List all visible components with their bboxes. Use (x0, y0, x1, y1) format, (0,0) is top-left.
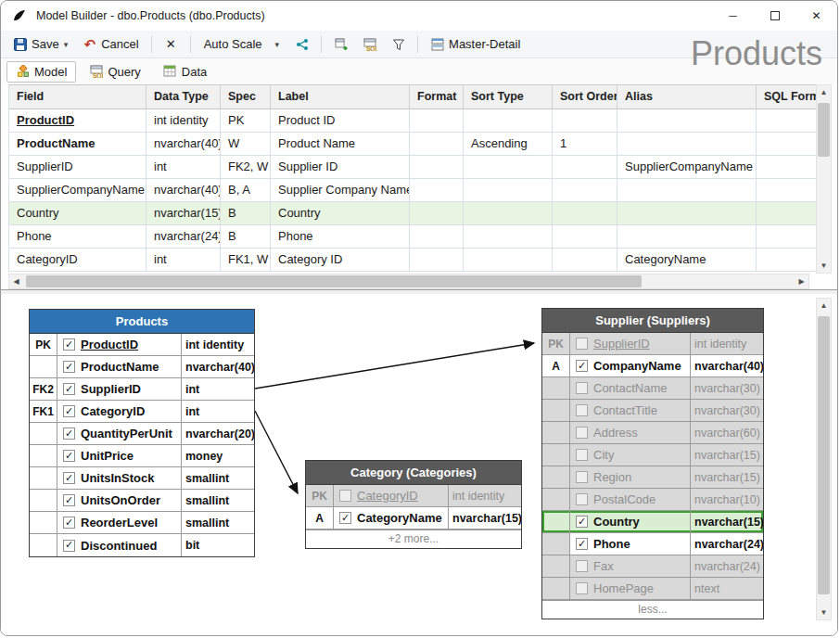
cell-format[interactable] (410, 202, 464, 225)
cell-format[interactable] (410, 225, 464, 249)
field-name-cell[interactable]: ReorderLevel (57, 512, 182, 533)
maximize-button[interactable] (754, 1, 795, 31)
scroll-up-icon[interactable]: ▲ (817, 299, 831, 313)
cell-sql-formula[interactable] (757, 133, 817, 156)
diagram-vertical-scrollbar[interactable]: ▲ ▼ (816, 298, 832, 620)
field-row[interactable]: Fax nvarchar(24) (542, 555, 763, 578)
field-checkbox[interactable] (63, 517, 75, 529)
cell-label[interactable]: Phone (271, 225, 410, 249)
table-row[interactable]: ProductID int identity PK Product ID (9, 109, 817, 133)
field-checkbox[interactable] (576, 582, 588, 594)
scroll-right-icon[interactable]: ▶ (795, 274, 808, 288)
cell-field[interactable]: ProductID (9, 109, 146, 133)
cell-spec[interactable]: B, A (221, 179, 271, 202)
field-name-cell[interactable]: CompanyName (570, 355, 691, 376)
cell-field[interactable]: ProductName (9, 133, 146, 156)
field-name-cell[interactable]: QuantityPerUnit (57, 423, 182, 444)
cell-alias[interactable] (617, 109, 757, 133)
field-checkbox[interactable] (63, 450, 75, 462)
field-row[interactable]: ContactTitle nvarchar(30) (542, 400, 763, 422)
cell-sort-order[interactable] (553, 249, 617, 272)
show-less-link[interactable]: less... (542, 600, 763, 619)
cell-sort-order[interactable] (553, 225, 617, 249)
field-row[interactable]: FK1 CategoryID int (30, 401, 254, 423)
cell-data-type[interactable]: nvarchar(15) (146, 202, 221, 225)
cell-spec[interactable]: PK (221, 109, 271, 133)
cell-alias[interactable]: CategoryName (617, 249, 757, 272)
field-row[interactable]: Discontinued bit (30, 534, 254, 556)
grid-horizontal-scrollbar[interactable]: ◀ ▶ (8, 274, 809, 289)
field-row[interactable]: Region nvarchar(15) (542, 466, 763, 489)
diagram-vscroll-thumb[interactable] (818, 316, 830, 594)
field-checkbox[interactable] (576, 516, 588, 528)
field-name-cell[interactable]: CategoryID (57, 401, 182, 422)
field-name-cell[interactable]: CategoryID (334, 485, 449, 506)
field-checkbox[interactable] (63, 494, 75, 506)
minimize-button[interactable]: ─ (712, 1, 754, 31)
cell-spec[interactable]: B (221, 225, 271, 249)
field-checkbox[interactable] (63, 383, 75, 395)
field-name-cell[interactable]: HomePage (570, 578, 691, 599)
cell-sort-order[interactable] (553, 179, 617, 202)
field-name-cell[interactable]: ProductID (57, 334, 182, 355)
cell-label[interactable]: Supplier ID (271, 156, 410, 179)
scroll-down-icon[interactable]: ▼ (817, 606, 831, 619)
cancel-button[interactable]: ↶ Cancel (76, 34, 145, 54)
table-row[interactable]: ProductName nvarchar(40) W Product Name … (9, 133, 817, 156)
field-row[interactable]: Phone nvarchar(24) (542, 533, 763, 555)
field-name-cell[interactable]: UnitsInStock (57, 467, 182, 489)
cell-sql-formula[interactable] (757, 156, 817, 179)
cell-alias[interactable]: SupplierCompanyName (617, 156, 757, 179)
cell-alias[interactable] (617, 225, 757, 249)
field-row[interactable]: PK SupplierID int identity (542, 333, 763, 355)
cell-label[interactable]: Category ID (271, 249, 410, 272)
table-row[interactable]: SupplierID int FK2, W Supplier ID Suppli… (9, 156, 817, 179)
grid-vscroll-thumb[interactable] (818, 103, 830, 157)
cell-sort-type[interactable] (464, 179, 553, 202)
tab-data[interactable]: Data (154, 61, 216, 83)
cell-sort-order[interactable] (553, 156, 617, 179)
cell-spec[interactable]: W (221, 133, 271, 156)
auto-arrange-button[interactable] (288, 34, 315, 54)
field-checkbox[interactable] (576, 538, 588, 550)
cell-spec[interactable]: B (221, 202, 271, 225)
entity-table-category[interactable]: Category (Categories) PK CategoryID int … (305, 460, 522, 549)
cell-alias[interactable] (617, 179, 757, 202)
scroll-down-icon[interactable]: ▼ (817, 259, 831, 273)
save-button[interactable]: Save ▾ (6, 34, 74, 54)
cell-sort-type[interactable] (464, 156, 553, 179)
cell-field[interactable]: SupplierID (9, 156, 146, 179)
cell-sort-type[interactable] (464, 109, 553, 133)
field-name-cell[interactable]: UnitPrice (57, 445, 182, 466)
field-name-cell[interactable]: Region (570, 466, 691, 488)
field-checkbox[interactable] (339, 490, 351, 502)
filter-button[interactable] (385, 34, 412, 54)
field-row[interactable]: A CompanyName nvarchar(40) (542, 355, 763, 377)
close-button[interactable]: ✕ (795, 1, 837, 31)
field-name-cell[interactable]: City (570, 444, 691, 466)
cell-sort-order[interactable]: 1 (553, 133, 617, 156)
field-checkbox[interactable] (63, 361, 75, 373)
table-row[interactable]: Phone nvarchar(24) B Phone (9, 225, 817, 249)
field-name-cell[interactable]: ContactTitle (570, 400, 691, 421)
cell-field[interactable]: Phone (9, 225, 146, 249)
field-checkbox[interactable] (63, 338, 75, 351)
add-table-button[interactable] (327, 34, 354, 54)
field-checkbox[interactable] (576, 382, 588, 394)
cell-field[interactable]: Country (9, 202, 146, 225)
show-more-link[interactable]: +2 more... (306, 530, 521, 548)
cell-format[interactable] (410, 109, 464, 133)
cell-sort-type[interactable] (464, 249, 553, 272)
field-row[interactable]: UnitsInStock smallint (30, 467, 254, 490)
table-row[interactable]: Country nvarchar(15) B Country (9, 202, 817, 225)
sql-view-button[interactable]: SQL (356, 34, 383, 54)
master-detail-button[interactable]: Master-Detail (424, 34, 527, 54)
clear-model-button[interactable]: ✕ (158, 34, 185, 54)
field-checkbox[interactable] (576, 360, 588, 372)
cell-spec[interactable]: FK2, W (221, 156, 271, 179)
scroll-left-icon[interactable]: ◀ (9, 274, 23, 288)
cell-sort-order[interactable] (553, 109, 617, 133)
field-row[interactable]: PK CategoryID int identity (306, 485, 521, 507)
field-row[interactable]: ProductName nvarchar(40) (30, 356, 254, 378)
field-checkbox[interactable] (576, 471, 588, 483)
